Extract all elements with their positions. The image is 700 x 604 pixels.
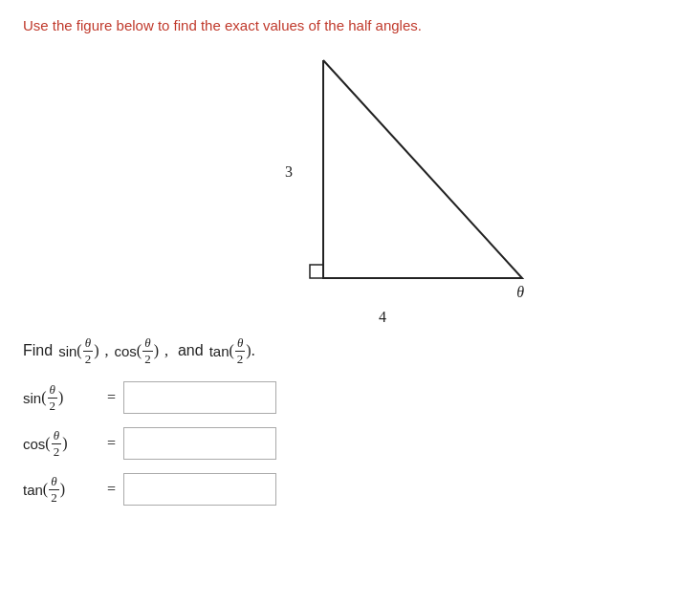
instruction-text: Use the figure below to find the exact v… xyxy=(23,17,677,33)
sin-frac: θ 2 xyxy=(83,335,94,366)
cos-frac-den: 2 xyxy=(142,352,153,367)
sin-row-frac-num: θ xyxy=(48,382,57,399)
sin-equals: = xyxy=(107,389,116,406)
sin-row-frac: θ 2 xyxy=(48,382,58,413)
cos-answer-input[interactable] xyxy=(123,427,276,460)
sin-answer-input[interactable] xyxy=(123,381,276,414)
cos-row-frac: θ 2 xyxy=(52,428,62,459)
open-paren-sin: ( xyxy=(77,342,81,359)
cos-frac: θ 2 xyxy=(142,335,153,366)
cos-row-open: ( xyxy=(45,435,50,452)
tan-answer-input[interactable] xyxy=(123,473,276,506)
find-expression: Find sin( θ 2 ) , cos( θ 2 ) , and tan( … xyxy=(23,335,677,366)
label-side-4: 4 xyxy=(379,309,386,326)
sin-input-row: sin( θ 2 ) = xyxy=(23,381,677,414)
find-tan-expr: tan( θ 2 ). xyxy=(209,335,255,366)
sin-row-close: ) xyxy=(58,389,63,406)
comma-1: , xyxy=(104,342,108,359)
tan-row-frac-den: 2 xyxy=(49,490,59,506)
sin-row-open: ( xyxy=(41,389,46,406)
tan-row-open: ( xyxy=(43,481,48,498)
sin-frac-num: θ xyxy=(83,335,93,352)
tan-frac: θ 2 xyxy=(235,335,246,366)
cos-row-frac-den: 2 xyxy=(52,444,62,460)
and-text: and xyxy=(178,342,204,359)
cos-frac-num: θ xyxy=(142,335,152,352)
svg-rect-0 xyxy=(310,265,323,278)
tan-label: tan xyxy=(209,343,230,359)
sin-input-label: sin( θ 2 ) xyxy=(23,382,99,413)
tan-row-name: tan xyxy=(23,482,43,498)
tan-row-frac-num: θ xyxy=(49,474,58,490)
comma-2: , xyxy=(164,342,168,359)
cos-row-frac-num: θ xyxy=(52,428,61,444)
cos-row-name: cos xyxy=(23,436,45,452)
cos-input-label: cos( θ 2 ) xyxy=(23,428,99,459)
close-paren-tan: ). xyxy=(246,342,254,359)
cos-equals: = xyxy=(107,435,116,452)
find-cos-expr: cos( θ 2 ) xyxy=(114,335,159,366)
close-paren-sin: ) xyxy=(94,342,98,359)
tan-row-frac: θ 2 xyxy=(49,474,59,505)
tan-input-row: tan( θ 2 ) = xyxy=(23,473,677,506)
figure-area: 3 4 θ xyxy=(23,51,677,328)
label-side-3: 3 xyxy=(285,163,293,181)
tan-row-close: ) xyxy=(60,481,65,498)
cos-input-row: cos( θ 2 ) = xyxy=(23,427,677,460)
find-sin-expr: sin( θ 2 ) xyxy=(58,335,98,366)
cos-row-close: ) xyxy=(62,435,67,452)
label-angle-theta: θ xyxy=(516,284,524,301)
close-paren-cos: ) xyxy=(154,342,159,359)
open-paren-tan: ( xyxy=(230,342,234,359)
sin-label: sin xyxy=(58,343,77,359)
cos-label: cos xyxy=(114,343,136,359)
sin-frac-den: 2 xyxy=(83,352,94,367)
triangle-container: 3 4 θ xyxy=(149,51,551,328)
sin-row-name: sin xyxy=(23,390,41,406)
tan-input-label: tan( θ 2 ) xyxy=(23,474,99,505)
tan-equals: = xyxy=(107,481,116,498)
triangle-svg xyxy=(149,51,551,328)
open-paren-cos: ( xyxy=(137,342,142,359)
triangle-outline xyxy=(323,60,522,278)
tan-frac-den: 2 xyxy=(235,352,246,367)
find-label: Find xyxy=(23,342,53,359)
tan-frac-num: θ xyxy=(235,335,245,352)
sin-row-frac-den: 2 xyxy=(48,399,58,414)
